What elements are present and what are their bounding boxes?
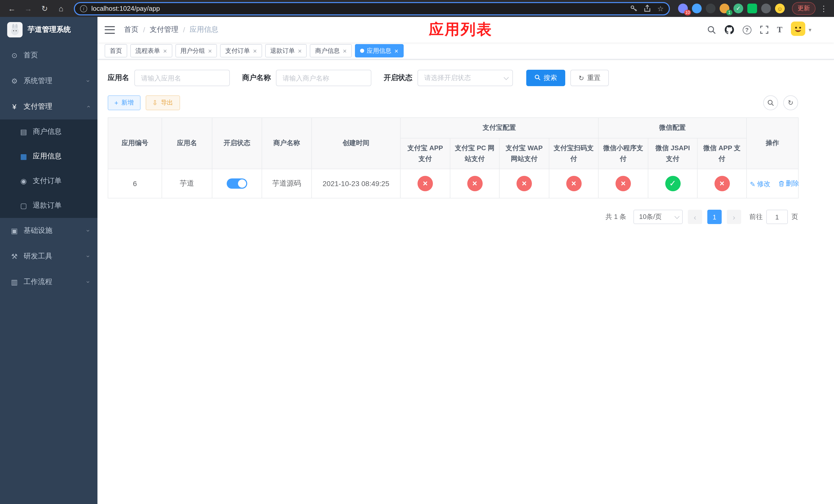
tab-process-form[interactable]: 流程表单 × [130,44,172,58]
breadcrumb-current: 应用信息 [190,25,219,35]
breadcrumb-home[interactable]: 首页 [124,25,138,35]
table-row: 6 芋道 芋道源码 2021-10-23 08:49:25 × × × [108,169,798,199]
browser-update-button[interactable]: 更新 [792,2,815,15]
reset-button[interactable]: ↻ 重置 [570,70,609,86]
help-icon[interactable]: ? [743,25,751,34]
status-indicator: × [467,176,482,191]
app-title: 芋道管理系统 [28,25,71,35]
page-size-select[interactable]: 10条/页 [633,210,683,224]
prev-page-button[interactable]: ‹ [688,210,702,224]
sidebar-item-home[interactable]: ⊙ 首页 [0,43,97,68]
tab-pay-orders[interactable]: 支付订单 × [220,44,262,58]
extension-icon-3[interactable] [706,4,716,13]
page-number-button[interactable]: 1 [707,210,722,224]
app-name-input[interactable] [134,70,230,86]
search-icon[interactable] [707,25,716,34]
tab-close-icon[interactable]: × [298,47,302,54]
extension-icon-8[interactable]: ☺ [775,4,785,13]
cell-app-id: 6 [108,169,162,199]
forward-icon[interactable]: → [22,2,35,15]
reload-icon[interactable]: ↻ [38,2,51,15]
top-navbar: 首页 / 支付管理 / 应用信息 应用列表 ? [97,17,834,43]
chevron-down-icon: › [85,230,92,232]
sidebar-item-pay-orders[interactable]: ◉ 支付订单 [0,169,97,193]
extension-icon-4[interactable]: 1 [720,4,729,13]
toggle-knob [238,180,246,188]
tab-close-icon[interactable]: × [253,47,257,54]
edit-pen-icon: ✎ [750,180,755,188]
breadcrumb-payment[interactable]: 支付管理 [150,25,178,35]
extension-icon-7[interactable] [761,4,771,13]
cell-status [212,169,262,199]
toggle-search-button[interactable] [763,95,778,110]
sidebar-item-app-info[interactable]: ▦ 应用信息 [0,144,97,169]
goto-page-input[interactable] [766,210,788,224]
extension-icon-6[interactable] [747,4,757,13]
sidebar-item-workflow[interactable]: ▥ 工作流程 › [0,269,97,295]
chevron-down-icon: › [85,80,92,82]
tab-close-icon[interactable]: × [394,47,398,54]
github-icon[interactable] [725,25,734,35]
status-select[interactable]: 请选择开启状态 [418,70,513,86]
export-button[interactable]: ⇩ 导出 [146,95,180,110]
hamburger-icon[interactable] [105,26,115,33]
sidebar-item-infrastructure[interactable]: ▣ 基础设施 › [0,218,97,244]
col-header-wx-app: 微信 APP 支付 [697,138,747,169]
status-indicator: ✓ [665,176,680,191]
bookmark-star-icon[interactable]: ☆ [657,4,664,13]
tab-home[interactable]: 首页 [105,44,127,58]
home-icon[interactable]: ⌂ [54,2,68,15]
row-status-toggle[interactable] [227,179,247,189]
url-text[interactable]: localhost:1024/pay/app [91,5,626,12]
col-header-alipay-app: 支付宝 APP 支付 [400,138,450,169]
page-title: 应用列表 [429,20,492,40]
back-icon[interactable]: ← [5,2,19,15]
delete-button[interactable]: 删除 [778,179,799,188]
app-grid-icon: ▦ [20,152,28,160]
cell-operations: ✎ 修改 删除 [747,169,798,199]
user-menu[interactable]: ▾ [791,22,811,38]
tab-refund-orders[interactable]: 退款订单 × [265,44,307,58]
tab-close-icon[interactable]: × [208,47,212,54]
table-toolbar: + 新增 ⇩ 导出 ↻ [108,95,824,110]
col-header-status: 开启状态 [212,118,262,169]
sidebar-item-merchant-info[interactable]: ▤ 商户信息 [0,119,97,144]
cell-wx-jsapi: ✓ [648,169,697,199]
tabs-bar: 首页 流程表单 × 用户分组 × 支付订单 × 退款订单 × [97,43,834,60]
extension-icon-1[interactable]: 10 [678,4,688,13]
merchant-name-input[interactable] [276,70,371,86]
payment-submenu: ▤ 商户信息 ▦ 应用信息 ◉ 支付订单 ▢ 退款订单 [0,119,97,218]
add-button[interactable]: + 新增 [108,95,140,110]
browser-menu-icon[interactable]: ⋮ [819,4,829,13]
apps-table: 应用编号 应用名 开启状态 商户名称 创建时间 支付宝配置 微信配置 操作 支付… [108,117,798,199]
col-header-app-id: 应用编号 [108,118,162,169]
refresh-button[interactable]: ↻ [783,95,798,110]
tab-close-icon[interactable]: × [343,47,347,54]
fullscreen-icon[interactable] [760,26,768,34]
status-indicator: × [615,176,631,191]
tab-app-info[interactable]: 应用信息 × [355,44,403,58]
sidebar-item-devtools[interactable]: ⚒ 研发工具 › [0,244,97,269]
address-bar[interactable]: i localhost:1024/pay/app ☆ [74,2,670,15]
site-info-icon[interactable]: i [80,5,87,12]
cell-alipay-pc: × [450,169,499,199]
sidebar-item-payment[interactable]: ¥ 支付管理 › [0,94,97,119]
tab-close-icon[interactable]: × [163,47,167,54]
merchant-name-label: 商户名称 [242,73,271,83]
extension-icon-2[interactable] [692,4,702,13]
sidebar-item-refund-orders[interactable]: ▢ 退款订单 [0,193,97,218]
col-header-merchant: 商户名称 [262,118,312,169]
status-indicator: × [714,176,730,191]
share-icon[interactable] [644,5,651,12]
tab-merchant-info[interactable]: 商户信息 × [310,44,352,58]
password-key-icon[interactable] [630,5,638,12]
edit-button[interactable]: ✎ 修改 [750,180,770,189]
extension-badge: 1 [726,10,732,15]
sidebar-item-system[interactable]: ⚙ 系统管理 › [0,68,97,94]
tab-user-group[interactable]: 用户分组 × [175,44,217,58]
next-page-button[interactable]: › [727,210,741,224]
font-size-icon[interactable]: T [777,25,783,35]
extension-icon-5[interactable]: ✓ [733,4,743,13]
infrastructure-icon: ▣ [10,227,19,235]
search-button[interactable]: 搜索 [526,70,565,86]
